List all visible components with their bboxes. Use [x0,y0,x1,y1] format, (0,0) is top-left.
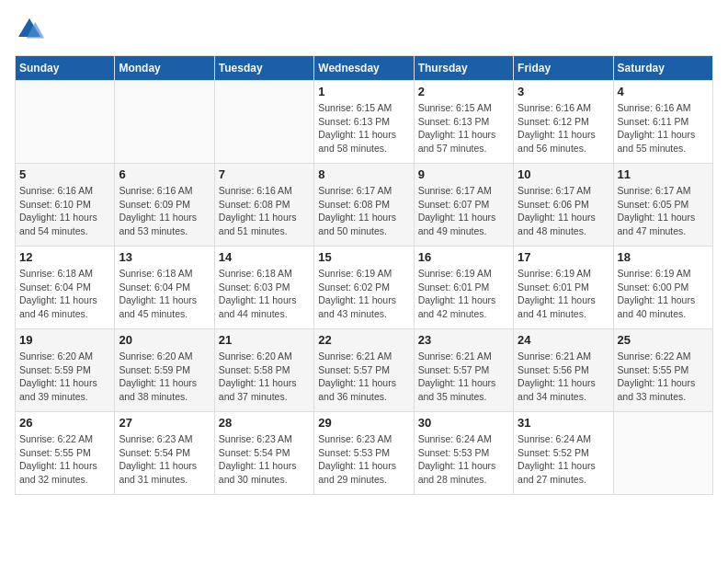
week-row-1: 1Sunrise: 6:15 AM Sunset: 6:13 PM Daylig… [16,81,713,164]
day-number: 17 [518,250,609,264]
day-info: Sunrise: 6:17 AM Sunset: 6:07 PM Dayligh… [418,184,509,238]
day-cell: 26Sunrise: 6:22 AM Sunset: 5:55 PM Dayli… [16,412,115,495]
day-info: Sunrise: 6:17 AM Sunset: 6:06 PM Dayligh… [518,184,609,238]
week-row-4: 19Sunrise: 6:20 AM Sunset: 5:59 PM Dayli… [16,329,713,412]
day-cell: 10Sunrise: 6:17 AM Sunset: 6:06 PM Dayli… [514,164,613,247]
day-cell: 28Sunrise: 6:23 AM Sunset: 5:54 PM Dayli… [214,412,313,495]
day-info: Sunrise: 6:15 AM Sunset: 6:13 PM Dayligh… [418,101,509,155]
day-number: 18 [618,250,709,264]
day-info: Sunrise: 6:19 AM Sunset: 6:01 PM Dayligh… [418,267,509,321]
day-cell: 29Sunrise: 6:23 AM Sunset: 5:53 PM Dayli… [314,412,414,495]
col-header-monday: Monday [115,56,214,81]
day-info: Sunrise: 6:20 AM Sunset: 5:58 PM Dayligh… [219,350,310,404]
day-cell: 5Sunrise: 6:16 AM Sunset: 6:10 PM Daylig… [16,164,115,247]
day-number: 31 [518,416,609,430]
day-number: 13 [119,250,210,264]
day-cell: 25Sunrise: 6:22 AM Sunset: 5:55 PM Dayli… [613,329,712,412]
day-cell: 16Sunrise: 6:19 AM Sunset: 6:01 PM Dayli… [414,247,513,329]
day-info: Sunrise: 6:23 AM Sunset: 5:53 PM Dayligh… [318,432,409,487]
day-number: 14 [219,250,310,264]
day-info: Sunrise: 6:19 AM Sunset: 6:00 PM Dayligh… [618,267,709,321]
day-cell: 11Sunrise: 6:17 AM Sunset: 6:05 PM Dayli… [613,164,712,247]
day-cell: 14Sunrise: 6:18 AM Sunset: 6:03 PM Dayli… [214,247,313,329]
day-info: Sunrise: 6:15 AM Sunset: 6:13 PM Dayligh… [318,101,409,155]
logo [15,15,50,44]
day-info: Sunrise: 6:16 AM Sunset: 6:11 PM Dayligh… [618,101,709,155]
day-number: 8 [318,167,409,181]
day-info: Sunrise: 6:18 AM Sunset: 6:04 PM Dayligh… [119,267,210,321]
day-number: 12 [19,250,110,264]
day-cell: 21Sunrise: 6:20 AM Sunset: 5:58 PM Dayli… [214,329,313,412]
day-cell: 27Sunrise: 6:23 AM Sunset: 5:54 PM Dayli… [115,412,214,495]
day-info: Sunrise: 6:19 AM Sunset: 6:01 PM Dayligh… [518,267,609,321]
col-header-saturday: Saturday [613,56,712,81]
calendar-table: SundayMondayTuesdayWednesdayThursdayFrid… [15,55,713,495]
col-header-thursday: Thursday [414,56,513,81]
day-cell: 17Sunrise: 6:19 AM Sunset: 6:01 PM Dayli… [514,247,613,329]
logo-icon [15,15,44,44]
day-number: 28 [219,416,310,430]
day-number: 4 [618,85,709,98]
day-cell: 2Sunrise: 6:15 AM Sunset: 6:13 PM Daylig… [414,81,513,164]
day-number: 23 [418,333,509,347]
day-cell: 24Sunrise: 6:21 AM Sunset: 5:56 PM Dayli… [514,329,613,412]
day-info: Sunrise: 6:20 AM Sunset: 5:59 PM Dayligh… [19,350,110,404]
day-info: Sunrise: 6:24 AM Sunset: 5:53 PM Dayligh… [418,432,509,487]
day-number: 27 [119,416,210,430]
day-info: Sunrise: 6:22 AM Sunset: 5:55 PM Dayligh… [618,350,709,404]
day-number: 5 [19,167,110,181]
day-number: 20 [119,333,210,347]
day-cell [214,81,313,164]
day-number: 26 [19,416,110,430]
day-info: Sunrise: 6:20 AM Sunset: 5:59 PM Dayligh… [119,350,210,404]
day-info: Sunrise: 6:17 AM Sunset: 6:08 PM Dayligh… [318,184,409,238]
day-cell: 12Sunrise: 6:18 AM Sunset: 6:04 PM Dayli… [16,247,115,329]
day-cell: 18Sunrise: 6:19 AM Sunset: 6:00 PM Dayli… [613,247,712,329]
day-info: Sunrise: 6:23 AM Sunset: 5:54 PM Dayligh… [219,432,310,487]
day-cell: 20Sunrise: 6:20 AM Sunset: 5:59 PM Dayli… [115,329,214,412]
day-cell: 3Sunrise: 6:16 AM Sunset: 6:12 PM Daylig… [514,81,613,164]
day-info: Sunrise: 6:21 AM Sunset: 5:57 PM Dayligh… [418,350,509,404]
day-info: Sunrise: 6:21 AM Sunset: 5:56 PM Dayligh… [518,350,609,404]
week-row-3: 12Sunrise: 6:18 AM Sunset: 6:04 PM Dayli… [16,247,713,329]
day-info: Sunrise: 6:16 AM Sunset: 6:09 PM Dayligh… [119,184,210,238]
day-cell: 19Sunrise: 6:20 AM Sunset: 5:59 PM Dayli… [16,329,115,412]
page-header [15,15,713,44]
day-number: 15 [318,250,409,264]
day-cell: 15Sunrise: 6:19 AM Sunset: 6:02 PM Dayli… [314,247,414,329]
day-cell: 30Sunrise: 6:24 AM Sunset: 5:53 PM Dayli… [414,412,513,495]
day-number: 10 [518,167,609,181]
day-cell: 9Sunrise: 6:17 AM Sunset: 6:07 PM Daylig… [414,164,513,247]
week-row-5: 26Sunrise: 6:22 AM Sunset: 5:55 PM Dayli… [16,412,713,495]
day-number: 25 [618,333,709,347]
day-number: 30 [418,416,509,430]
col-header-friday: Friday [514,56,613,81]
day-cell: 6Sunrise: 6:16 AM Sunset: 6:09 PM Daylig… [115,164,214,247]
day-number: 2 [418,85,509,98]
day-number: 6 [119,167,210,181]
day-cell [613,412,712,495]
day-cell: 13Sunrise: 6:18 AM Sunset: 6:04 PM Dayli… [115,247,214,329]
day-cell: 7Sunrise: 6:16 AM Sunset: 6:08 PM Daylig… [214,164,313,247]
day-info: Sunrise: 6:16 AM Sunset: 6:08 PM Dayligh… [219,184,310,238]
day-cell [16,81,115,164]
day-number: 1 [318,85,409,98]
day-cell: 1Sunrise: 6:15 AM Sunset: 6:13 PM Daylig… [314,81,414,164]
day-number: 11 [618,167,709,181]
day-info: Sunrise: 6:19 AM Sunset: 6:02 PM Dayligh… [318,267,409,321]
day-info: Sunrise: 6:23 AM Sunset: 5:54 PM Dayligh… [119,432,210,487]
week-row-2: 5Sunrise: 6:16 AM Sunset: 6:10 PM Daylig… [16,164,713,247]
day-cell [115,81,214,164]
day-number: 24 [518,333,609,347]
day-info: Sunrise: 6:21 AM Sunset: 5:57 PM Dayligh… [318,350,409,404]
day-cell: 8Sunrise: 6:17 AM Sunset: 6:08 PM Daylig… [314,164,414,247]
day-cell: 31Sunrise: 6:24 AM Sunset: 5:52 PM Dayli… [514,412,613,495]
col-header-sunday: Sunday [16,56,115,81]
day-info: Sunrise: 6:22 AM Sunset: 5:55 PM Dayligh… [19,432,110,487]
day-info: Sunrise: 6:17 AM Sunset: 6:05 PM Dayligh… [618,184,709,238]
day-number: 29 [318,416,409,430]
col-header-wednesday: Wednesday [314,56,414,81]
day-number: 21 [219,333,310,347]
day-info: Sunrise: 6:24 AM Sunset: 5:52 PM Dayligh… [518,432,609,487]
day-number: 16 [418,250,509,264]
